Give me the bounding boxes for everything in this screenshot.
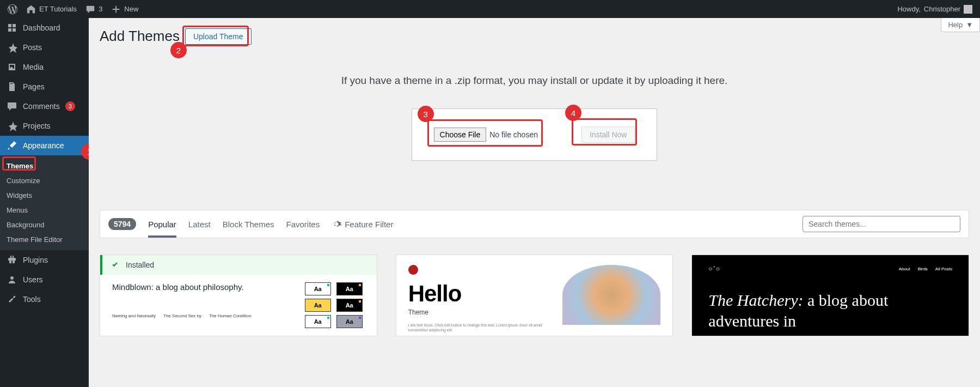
theme-grid: Installed Mindblown: a blog about philos… — [100, 255, 969, 336]
upload-instructions: If you have a theme in a .zip format, yo… — [100, 75, 969, 87]
home-icon — [26, 4, 36, 14]
new-label: New — [124, 5, 138, 13]
page-icon — [7, 81, 17, 92]
upload-form: Choose File No file chosen 3 Install Now… — [412, 108, 658, 161]
submenu-widgets[interactable]: Widgets — [0, 188, 89, 203]
feature-filter-button[interactable]: Feature Filter — [332, 219, 393, 229]
upload-panel: If you have a theme in a .zip format, yo… — [100, 45, 969, 177]
menu-users[interactable]: Users — [0, 270, 89, 289]
user-account-link[interactable]: Howdy, Christopher — [893, 0, 977, 18]
comments-count: 3 — [99, 5, 102, 13]
choose-file-button[interactable]: Choose File — [434, 128, 487, 142]
submenu-background[interactable]: Background — [0, 217, 89, 232]
comment-icon — [85, 4, 95, 14]
file-chosen-text: No file chosen — [489, 130, 538, 139]
menu-plugins[interactable]: Plugins — [0, 250, 89, 270]
theme-logo-icon — [408, 265, 418, 275]
site-home-link[interactable]: ET Tutorials — [22, 0, 81, 18]
tab-block-themes[interactable]: Block Themes — [223, 216, 274, 232]
theme-preview: Hello Theme I am text block. Click edit … — [396, 255, 673, 336]
menu-media[interactable]: Media — [0, 57, 89, 77]
annotation-badge-3: 3 — [418, 106, 434, 122]
dashboard-icon — [7, 22, 17, 33]
installed-banner: Installed — [100, 255, 377, 275]
search-themes-input[interactable] — [803, 216, 960, 232]
admin-bar: ET Tutorials 3 New Howdy, Christopher — [0, 0, 980, 18]
theme-preview: Mindblown: a blog about philosophy. Nami… — [100, 275, 377, 336]
theme-preview-title: Mindblown: a blog about philosophy. — [112, 282, 283, 292]
menu-appearance[interactable]: Appearance 1 — [0, 136, 89, 155]
pin-icon — [7, 42, 17, 53]
menu-projects[interactable]: Projects — [0, 116, 89, 136]
theme-count-badge: 5794 — [108, 218, 136, 230]
submenu-customize[interactable]: Customize — [0, 173, 89, 188]
theme-preview-image — [562, 265, 660, 325]
submenu-editor[interactable]: Theme File Editor — [0, 232, 89, 247]
brush-icon — [7, 140, 17, 151]
check-icon — [111, 261, 119, 269]
theme-card[interactable]: Installed Mindblown: a blog about philos… — [100, 255, 377, 336]
submenu-themes[interactable]: Themes — [0, 159, 89, 173]
wp-logo[interactable] — [3, 0, 22, 18]
menu-posts[interactable]: Posts — [0, 38, 89, 57]
users-icon — [7, 274, 17, 285]
menu-tools[interactable]: Tools — [0, 289, 89, 309]
gear-icon — [332, 219, 341, 229]
menu-dashboard[interactable]: Dashboard — [0, 18, 89, 38]
wordpress-icon — [8, 4, 17, 14]
howdy-prefix: Howdy, — [897, 5, 920, 13]
theme-card[interactable]: Hello Theme I am text block. Click edit … — [396, 255, 673, 336]
theme-preview-hello: Hello — [408, 282, 550, 305]
admin-sidebar: Dashboard Posts Media Pages Comments 3 P… — [0, 18, 89, 387]
comment-icon — [7, 101, 17, 112]
annotation-badge-4: 4 — [565, 105, 581, 121]
submenu-menus[interactable]: Menus — [0, 203, 89, 217]
install-now-button[interactable]: Install Now — [581, 126, 635, 143]
tab-popular[interactable]: Popular — [148, 216, 176, 232]
user-avatar — [964, 5, 972, 14]
new-content-link[interactable]: New — [107, 0, 143, 18]
page-title: Add Themes — [100, 28, 180, 45]
menu-comments[interactable]: Comments 3 — [0, 96, 89, 116]
theme-logo-icon: ○'○ — [708, 265, 721, 273]
plus-icon — [111, 4, 121, 14]
theme-preview: ○'○ About Birds All Posts The Hatchery: … — [692, 255, 969, 336]
media-icon — [7, 62, 17, 72]
comments-link[interactable]: 3 — [81, 0, 107, 18]
theme-card[interactable]: ○'○ About Birds All Posts The Hatchery: … — [691, 255, 969, 336]
appearance-submenu: Themes Customize Widgets Menus Backgroun… — [0, 155, 89, 250]
user-name: Christopher — [924, 5, 960, 13]
tab-favorites[interactable]: Favorites — [286, 216, 320, 232]
theme-filter-bar: 5794 Popular Latest Block Themes Favorit… — [100, 210, 969, 238]
menu-pages[interactable]: Pages — [0, 77, 89, 96]
projects-icon — [7, 120, 17, 131]
comments-badge: 3 — [65, 101, 75, 111]
upload-theme-button[interactable]: Upload Theme — [185, 28, 252, 45]
tab-latest[interactable]: Latest — [188, 216, 211, 232]
main-content: Help ▼ Add Themes Upload Theme 2 If you … — [89, 18, 980, 387]
theme-preview-title: The Hatchery: a blog about adventures in — [708, 290, 952, 331]
file-input-group: Choose File No file chosen 3 — [434, 128, 538, 142]
site-name: ET Tutorials — [39, 5, 77, 13]
page-header: Add Themes Upload Theme 2 — [100, 18, 969, 45]
plugin-icon — [7, 255, 17, 265]
tools-icon — [7, 294, 17, 305]
